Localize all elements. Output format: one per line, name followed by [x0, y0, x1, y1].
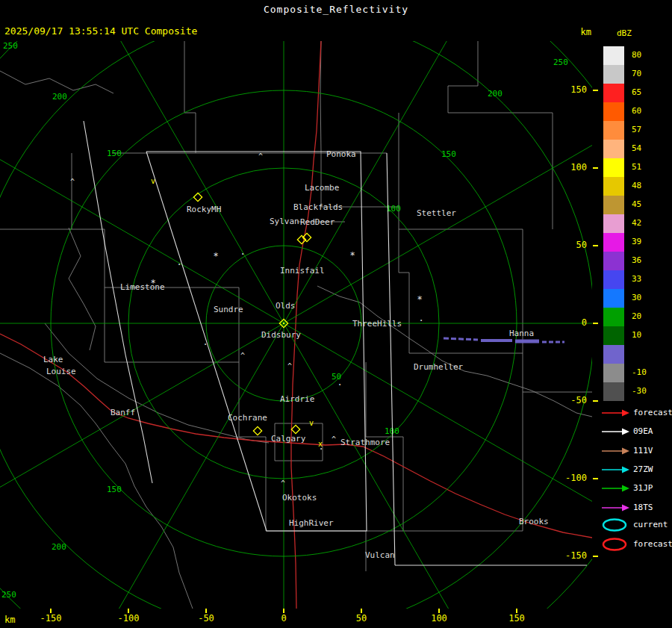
bottom-axis-label: 0: [266, 614, 302, 624]
colorbar-cell-45: [603, 196, 624, 214]
range-ring-label: 150: [441, 149, 456, 159]
dot-marker-icon: ·: [240, 249, 245, 259]
colorbar-cell-60: [603, 102, 624, 121]
right-axis-label: -100: [556, 473, 587, 483]
county-boundary: [184, 41, 196, 153]
legend-label-current: current: [633, 520, 672, 529]
legend-arrow-icon: [600, 462, 632, 477]
place-label-ponoka: Ponoka: [326, 150, 356, 158]
radial-grid-line: [60, 41, 284, 323]
colorbar-cell-20: [603, 308, 624, 326]
star-marker-icon: *: [417, 294, 422, 305]
place-label-threehills: ThreeHills: [352, 320, 402, 328]
caret-marker-icon: v: [151, 177, 155, 185]
right-axis-tick: [593, 167, 598, 169]
colorbar-cell-33: [603, 270, 624, 289]
star-marker-icon: *: [213, 251, 218, 261]
reflectivity-echo: [444, 338, 478, 340]
colorbar-cell-30: [603, 289, 624, 308]
legend-label-27ZW: 27ZW: [633, 464, 672, 474]
colorbar-cell-65: [603, 84, 624, 102]
legend-label-111V: 111V: [633, 446, 672, 456]
county-boundary: [317, 286, 592, 417]
colorbar-cell-80: [603, 46, 624, 65]
colorbar-cell--10: [603, 364, 624, 382]
county-boundary: [69, 228, 96, 350]
radar-center-dot-icon: [283, 323, 284, 324]
colorbar-value-label: -30: [632, 387, 665, 396]
county-boundary: [72, 153, 105, 287]
county-boundary: [399, 207, 409, 353]
right-scale-unit-label: km: [573, 27, 591, 37]
colorbar-cell--30: [603, 382, 624, 401]
hat-marker-icon: ^: [70, 178, 75, 186]
colorbar-value-label: 33: [632, 275, 665, 284]
scan-area-boundary: [84, 121, 152, 483]
legend-label-09EA: 09EA: [633, 426, 672, 436]
colorbar-value-label: 70: [632, 69, 665, 78]
place-label-olds: Olds: [276, 302, 296, 310]
dot-marker-icon: ·: [176, 259, 181, 270]
right-axis-label: 50: [556, 240, 587, 250]
place-label-limestone: Limestone: [120, 283, 165, 291]
bottom-scale-unit-label: km: [4, 615, 15, 625]
place-label-blackfalds: Blackfalds: [293, 203, 343, 211]
colorbar-cell-70: [603, 65, 624, 84]
dot-marker-icon: ·: [337, 379, 342, 390]
legend-arrow-icon: [600, 444, 632, 458]
place-label-drumheller: Drumheller: [414, 363, 463, 371]
colorbar-value-label: 48: [632, 181, 665, 190]
place-label-calgary: Calgary: [271, 435, 305, 443]
place-label-highriver: HighRiver: [289, 519, 334, 527]
place-label-sundre: Sundre: [214, 305, 243, 314]
radial-grid-line: [60, 323, 284, 609]
place-label-louise: Louise: [46, 367, 76, 376]
right-axis-label: 100: [556, 163, 587, 172]
colorbar-value-label: 57: [632, 125, 665, 134]
radar-app-window: Composite_Reflectivity 2025/09/17 13:55:…: [0, 0, 672, 628]
place-label-lake: Lake: [43, 355, 63, 364]
place-label-okotoks: Okotoks: [282, 494, 317, 502]
place-label-didsbury: Didsbury: [261, 331, 301, 339]
hat-marker-icon: ^: [240, 352, 245, 360]
colorbar-value-label: 60: [632, 107, 665, 116]
colorbar-cell-54: [603, 140, 624, 158]
colorbar-value-label: -10: [632, 368, 665, 377]
hat-marker-icon: ^: [287, 362, 292, 370]
colorbar-value-label: 45: [632, 200, 665, 209]
hat-marker-icon: ^: [332, 435, 336, 444]
legend-label-forecast: forecast: [633, 539, 672, 549]
bottom-axis-label: -150: [33, 614, 69, 624]
radar-map[interactable]: 25020015025020015010050100150200250vvx**…: [0, 41, 592, 609]
range-ring-label: 200: [52, 92, 67, 102]
place-label-stettler: Stettler: [417, 209, 456, 217]
radar-site-diamond-icon: [253, 426, 261, 435]
colorbar-cell-57: [603, 121, 624, 140]
legend-arrow-icon: [600, 424, 632, 439]
right-axis-tick: [593, 90, 598, 91]
colorbar-value-label: 54: [632, 144, 665, 153]
county-boundary: [45, 323, 269, 443]
bottom-axis-label: 150: [499, 614, 535, 624]
colorbar-value-label: 65: [632, 88, 665, 97]
dot-marker-icon: ·: [318, 444, 323, 454]
legend-arrow-icon: [600, 481, 632, 496]
colorbar-cell-39: [603, 233, 624, 252]
place-label-airdrie: Airdrie: [280, 395, 314, 403]
county-boundary: [0, 353, 193, 609]
legend-label-18TS: 18TS: [633, 503, 672, 512]
right-axis-tick: [593, 323, 598, 324]
place-label-rockymh: RockyMH: [187, 205, 221, 214]
colorbar-cell-10: [603, 326, 624, 345]
hat-marker-icon: ^: [258, 152, 263, 161]
right-axis-label: 0: [556, 318, 587, 328]
place-label-vulcan: Vulcan: [365, 551, 395, 559]
hat-marker-icon: ^: [281, 479, 285, 488]
colorbar-cell-48: [603, 177, 624, 196]
county-boundary: [0, 71, 113, 93]
right-axis-tick: [593, 478, 598, 479]
range-ring-label: 200: [52, 542, 66, 552]
bottom-axis-label: 50: [343, 614, 379, 624]
colorbar-value-label: 80: [632, 51, 665, 60]
right-axis-label: -150: [556, 551, 587, 561]
